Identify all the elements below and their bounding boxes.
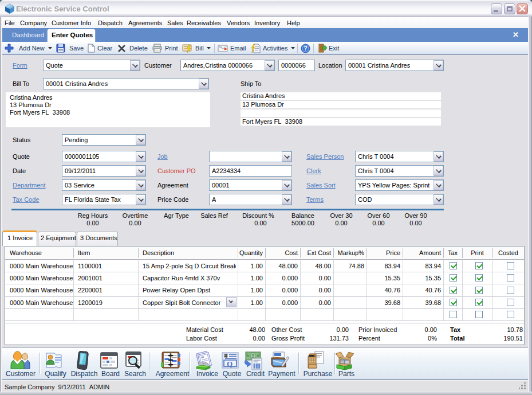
svg-text:Q: Q [227, 359, 232, 368]
svg-text:?: ? [304, 45, 307, 52]
